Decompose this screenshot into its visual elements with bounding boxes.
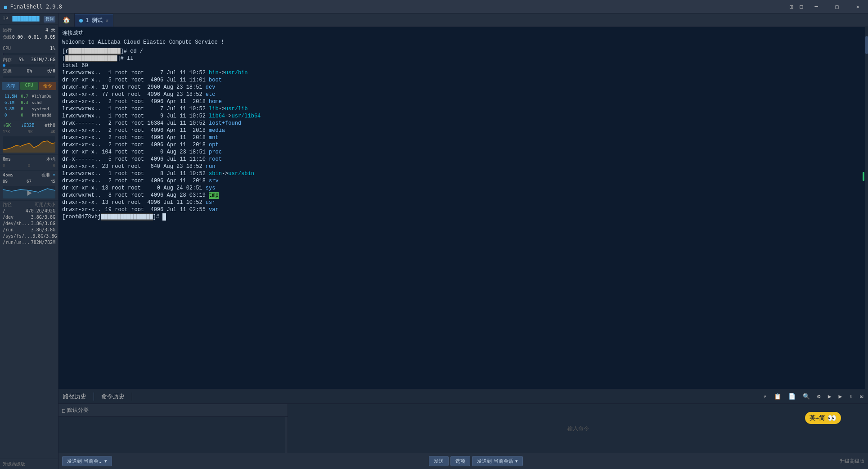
cmd-category: □ 默认分类 (58, 404, 288, 417)
translation-badge[interactable]: 英→简 👀 (805, 412, 841, 424)
main-layout: IP ██████████ 复制 运行 4 天 负载 0.00, 0.01, 0… (0, 14, 868, 469)
connection-indicator (863, 172, 864, 181)
connected-msg: 连接成功 (62, 30, 864, 37)
category-label: 默认分类 (67, 406, 89, 414)
file-row: lrwxrwxrwx.. 1 root root 8 Jul 11 10:52 … (62, 170, 864, 177)
scrollbar-thumb[interactable] (865, 36, 868, 54)
file-row: drwxr-xr-x.. 2 root root 4096 Apr 11 201… (62, 177, 864, 185)
maximize-button[interactable]: □ (827, 0, 847, 14)
layout-icon[interactable]: ⊟ (798, 2, 805, 11)
grid-icon[interactable]: ⊡ (860, 393, 864, 400)
file-row: drwxr-xr-x.. 19 root root 4096 Jul 11 02… (62, 206, 864, 213)
clipboard-icon[interactable]: 📋 (774, 393, 781, 400)
path-history-btn[interactable]: 路径历史 (63, 392, 86, 401)
net-up: ↑6K (3, 122, 11, 129)
lat-val3: 0 (53, 162, 55, 169)
download-icon[interactable]: ⬇ (849, 393, 853, 400)
file-row: drwx------.. 2 root root 16384 Jul 11 10… (62, 120, 864, 127)
right-content: 🏠 1 测试 ✕ 连接成功 Welcome to Alibaba Cloud E… (58, 14, 868, 469)
disk-row: /run/us...782M/782M (3, 239, 55, 246)
cmd-history-btn[interactable]: 命令历史 (101, 392, 125, 401)
mem-value: 5% (18, 56, 24, 63)
cmd-right-panel: 输入命令 (288, 404, 868, 453)
file-row: lrwxrwxrwx.. 1 root root 9 Jul 11 10:52 … (62, 113, 864, 120)
upgrade-button[interactable]: 升级高级版 (0, 459, 58, 469)
cmd-textarea[interactable] (58, 417, 288, 453)
file-row: drwxr-xr-x.. 2 root root 4096 Apr 11 201… (62, 141, 864, 149)
connected-text: 连接成功 (62, 30, 84, 37)
load-label: 负载 (3, 34, 12, 41)
cursor (162, 213, 166, 221)
file-row: drwxrwxrwt.. 8 root root 4096 Aug 28 03:… (62, 192, 864, 199)
settings-icon[interactable]: ⚙ (817, 393, 821, 400)
cpu-label: CPU (3, 45, 11, 52)
tab-status-dot (79, 19, 83, 23)
bottom-toolbar: 路径历史 命令历史 ⚡ 📋 📄 🔍 ⚙ ▶ ▶ ⬇ ⊡ 英→简 👀 (58, 389, 868, 403)
file-row: drwxr-xr-x.. 2 root root 4096 Apr 11 201… (62, 134, 864, 141)
trans-eyes: 👀 (828, 414, 837, 422)
home-tab-button[interactable]: 🏠 (58, 13, 75, 27)
net-val1: 13K (3, 129, 10, 135)
total-line: total 60 (62, 62, 864, 69)
srv-val3: 45 (50, 178, 55, 185)
tab-cpu[interactable]: CPU (20, 82, 38, 90)
cpu-mem-section: CPU 1% 内存 5% 361M/7.6G 交换 0% 0/0 (0, 43, 58, 81)
send-button[interactable]: 发送 (429, 456, 449, 466)
disk-row: /sys/fs/...3.8G/3.8G (3, 233, 55, 239)
uptime-section: 运行 4 天 负载 0.00, 0.01, 0.05 (0, 25, 58, 43)
file-listing: lrwxrwxrwx.. 1 root root 7 Jul 11 10:52 … (62, 69, 864, 213)
process-list: 11.5M0.7AliYunDu6.1M0.3sshd3.8M0systemd0… (0, 91, 58, 121)
grid-icon[interactable]: ⊞ (787, 2, 795, 11)
terminal-scrollbar[interactable] (865, 27, 868, 389)
latency-server-section: 45ms 香港 ▾ 89 67 45 (0, 171, 58, 201)
play2-icon[interactable]: ▶ (839, 393, 842, 400)
session-tab[interactable]: 1 测试 ✕ (75, 14, 113, 27)
ip-section: IP ██████████ 复制 (0, 14, 58, 25)
cmd-scrollbar[interactable] (285, 417, 288, 453)
server-ms: 45ms (3, 171, 13, 178)
options-button[interactable]: 选项 (450, 456, 470, 466)
search-icon[interactable]: 🔍 (803, 393, 810, 400)
prompt-cd: [r (62, 48, 68, 55)
network-sparkline (3, 136, 55, 153)
send-to-button-2[interactable]: 发送到 当前会话 ▾ (472, 456, 523, 466)
uptime-value: 4 天 (45, 27, 55, 34)
play-icon[interactable]: ▶ (828, 393, 832, 400)
ip-value: ██████████ (12, 15, 39, 23)
page-icon[interactable]: 📄 (788, 393, 796, 400)
tab-label: 1 测试 (85, 17, 103, 24)
disk-path-header: 路径 (3, 202, 12, 208)
tab-close-button[interactable]: ✕ (105, 18, 108, 23)
disk-row: /470.2G/492G (3, 208, 55, 214)
tab-mem[interactable]: 内存 (2, 82, 19, 90)
mem-bar-container (3, 64, 55, 67)
net-interface: eth0 (45, 122, 55, 129)
app-title: FinalShell 2.9.8 (10, 4, 62, 10)
swap-bar-container (3, 76, 55, 78)
file-row: dr-xr-xr-x. 13 root root 0 Aug 24 02:51 … (62, 185, 864, 192)
srv-val1: 89 (3, 178, 8, 185)
disk-row: /dev/sh...3.8G/3.8G (3, 221, 55, 227)
toolbar-divider-2 (132, 392, 132, 401)
category-icon: □ (62, 407, 65, 414)
tab-cmd[interactable]: 命令 (39, 82, 56, 90)
close-button[interactable]: ✕ (847, 0, 868, 14)
copy-ip-button[interactable]: 复制 (44, 16, 55, 23)
server-label: 香港 ▾ (41, 171, 55, 178)
minimize-button[interactable]: ─ (806, 0, 827, 14)
cmd-input-box[interactable] (58, 417, 288, 453)
server-dropdown-icon[interactable]: ▾ (53, 172, 55, 177)
lightning-icon[interactable]: ⚡ (763, 393, 767, 400)
terminal-area[interactable]: 连接成功 Welcome to Alibaba Cloud Elastic Co… (58, 27, 868, 389)
monitor-tabs: 内存 CPU 命令 (0, 81, 58, 91)
tab-bar: 🏠 1 测试 ✕ (58, 14, 868, 27)
upgrade-label[interactable]: 升级高级版 (840, 458, 864, 464)
send-to-button[interactable]: 发送到 当前会... ▾ (62, 456, 112, 466)
file-row: drwxr-xr-x. 77 root root 4096 Aug 23 18:… (62, 91, 864, 98)
file-row: dr-x------.. 5 root root 4096 Jul 11 11:… (62, 156, 864, 163)
latency-ms: 0ms (3, 156, 11, 162)
srv-val2: 67 (27, 178, 31, 185)
toolbar-divider-1 (94, 392, 94, 401)
cmd-cd: [r ████████████████ ]# cd / (62, 48, 864, 55)
welcome-text: Welcome to Alibaba Cloud Elastic Compute… (62, 39, 224, 46)
